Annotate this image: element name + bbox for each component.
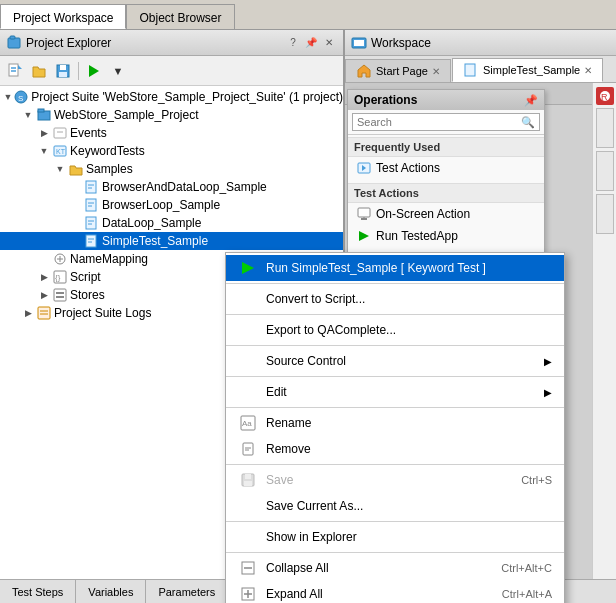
tree-item-browserloop[interactable]: BrowserLoop_Sample [0,196,343,214]
svg-rect-1 [10,36,15,39]
svg-rect-13 [38,109,44,112]
tree-item-browserdata[interactable]: BrowserAndDataLoop_Sample [0,178,343,196]
svg-rect-8 [59,72,67,77]
expand-arrow[interactable]: ▶ [20,308,36,318]
variables-label: Variables [88,586,133,598]
ctx-rename[interactable]: Aa Rename [226,410,564,436]
ctx-remove-label: Remove [266,442,311,456]
help-icon[interactable]: ? [285,35,301,51]
run-btn[interactable] [83,60,105,82]
new-btn[interactable] [4,60,26,82]
ctx-save-as-label: Save Current As... [266,499,363,513]
expand-arrow[interactable]: ▼ [36,146,52,156]
project-label: WebStore_Sample_Project [54,108,199,122]
ops-pin[interactable]: 📌 [524,94,538,107]
tree-item-events[interactable]: ▶ Events [0,124,343,142]
ctx-remove[interactable]: Remove [226,436,564,462]
tree-item-samples[interactable]: ▼ Samples [0,160,343,178]
pin-icon[interactable]: 📌 [303,35,319,51]
svg-text:S: S [18,94,23,103]
tab-simpletest-close[interactable]: ✕ [584,65,592,76]
expand-arrow[interactable]: ▼ [3,92,14,102]
ctx-show-explorer[interactable]: Show in Explorer [226,524,564,550]
ctx-sep6 [226,464,564,465]
ctx-collapse-all[interactable]: Collapse All Ctrl+Alt+C [226,555,564,581]
tree-item-simpletest[interactable]: SimpleTest_Sample [0,232,343,250]
ctx-export-label: Export to QAComplete... [266,323,396,337]
source-control-icon [238,353,258,369]
ctx-convert-script[interactable]: Convert to Script... [226,286,564,312]
expand-arrow[interactable]: ▼ [20,110,36,120]
logs-icon [36,305,52,321]
logs-label: Project Suite Logs [54,306,151,320]
bottom-tab-variables[interactable]: Variables [76,580,146,603]
tab-start-page-close[interactable]: ✕ [432,66,440,77]
ctx-show-explorer-label: Show in Explorer [266,530,357,544]
tab-project-workspace[interactable]: Project Workspace [0,4,126,29]
dataloop-label: DataLoop_Sample [102,216,201,230]
panel-header-icons: ? 📌 ✕ [285,35,337,51]
folder-icon [68,161,84,177]
stores-label: Stores [70,288,105,302]
ctx-source-control[interactable]: Source Control ▶ [226,348,564,374]
side-control2[interactable] [596,151,614,191]
ops-frequently-used-section: Frequently Used Test Actions [348,135,544,181]
simpletest-label: SimpleTest_Sample [102,234,208,248]
save-btn[interactable] [52,60,74,82]
ops-onscreen-action-item[interactable]: On-Screen Action [348,203,544,225]
ctx-save-shortcut: Ctrl+S [521,474,552,486]
ctx-edit[interactable]: Edit ▶ [226,379,564,405]
ctx-expand-all[interactable]: Expand All Ctrl+Alt+A [226,581,564,603]
ops-run-testedapp-item[interactable]: Run TestedApp [348,225,544,247]
convert-icon [238,291,258,307]
svg-rect-48 [358,208,370,217]
open-btn[interactable] [28,60,50,82]
ops-frequently-used-header: Frequently Used [348,137,544,157]
start-page-icon [356,63,372,79]
tab-simpletest-label: SimpleTest_Sample [483,64,580,76]
ctx-run-simpletest[interactable]: Run SimpleTest_Sample [ Keyword Test ] [226,255,564,281]
ctx-save-as[interactable]: Save Current As... [226,493,564,519]
test-actions-icon [356,160,372,176]
tab-start-page[interactable]: Start Page ✕ [345,59,451,82]
ctx-sep5 [226,407,564,408]
explorer-toolbar: ▼ [0,56,343,86]
ctx-run-label: Run SimpleTest_Sample [ Keyword Test ] [266,261,486,275]
bottom-tab-parameters[interactable]: Parameters [146,580,228,603]
run-arrow-btn[interactable]: ▼ [107,60,129,82]
ctx-save: Save Ctrl+S [226,467,564,493]
side-control3[interactable] [596,194,614,234]
stores-icon [52,287,68,303]
expand-arrow[interactable]: ▶ [36,272,52,282]
ctx-export-qa[interactable]: Export to QAComplete... [226,317,564,343]
ctx-sep2 [226,314,564,315]
tree-item-keywordtests[interactable]: ▼ KT KeywordTests [0,142,343,160]
tab-simpletest[interactable]: SimpleTest_Sample ✕ [452,58,603,82]
svg-rect-37 [56,296,64,298]
suite-icon: S [13,89,29,105]
ctx-expand-shortcut: Ctrl+Alt+A [502,588,552,600]
operations-search-input[interactable] [352,113,540,131]
ctx-collapse-shortcut: Ctrl+Alt+C [501,562,552,574]
close-panel-icon[interactable]: ✕ [321,35,337,51]
svg-rect-18 [86,181,96,193]
rec-icon[interactable]: R [596,87,614,105]
svg-text:{}: {} [55,273,61,282]
bottom-tab-test-steps[interactable]: Test Steps [0,580,76,603]
mapping-icon [52,251,68,267]
ops-test-actions-item[interactable]: Test Actions [348,157,544,179]
browserloop-label: BrowserLoop_Sample [102,198,220,212]
expand-arrow[interactable]: ▶ [36,128,52,138]
svg-rect-58 [243,443,253,455]
tree-item-dataloop[interactable]: DataLoop_Sample [0,214,343,232]
side-control1[interactable] [596,108,614,148]
expand-arrow[interactable]: ▼ [52,164,68,174]
tree-item-suite[interactable]: ▼ S Project Suite 'WebStore_Sample_Proje… [0,88,343,106]
ctx-sep1 [226,283,564,284]
tree-item-project[interactable]: ▼ WebStore_Sample_Project [0,106,343,124]
title-bar: Project Workspace Object Browser [0,0,616,30]
svg-rect-38 [38,307,50,319]
tab-object-browser[interactable]: Object Browser [126,4,234,29]
expand-arrow[interactable]: ▶ [36,290,52,300]
svg-rect-63 [244,481,252,486]
